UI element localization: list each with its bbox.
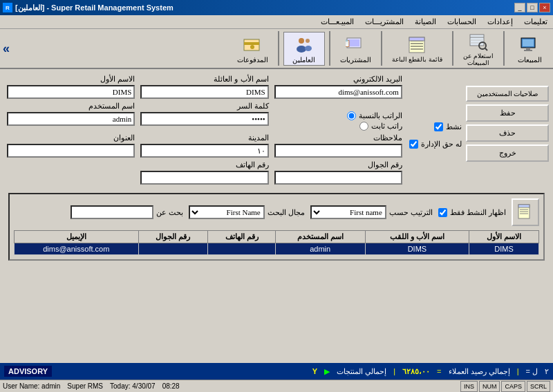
search-icon-box[interactable] xyxy=(512,198,539,226)
search-field-group: مجال البحث First Name Last Name Username xyxy=(189,205,305,219)
status-bar: ٢ ل = | إجمالي رصيد العملاء = ٦٢٨٥،٠٠ | … xyxy=(0,363,553,380)
firstname-input[interactable] xyxy=(7,85,135,99)
close-button[interactable]: × xyxy=(539,3,550,12)
svg-point-19 xyxy=(299,38,304,44)
cell-email: dims@anissoft.com xyxy=(15,243,139,255)
notes-input[interactable] xyxy=(274,144,402,158)
search-input[interactable] xyxy=(71,205,153,219)
title-bar-buttons[interactable]: _ □ × xyxy=(514,3,550,12)
sort-select[interactable]: First name Last name Username xyxy=(310,205,386,219)
menu-taleemat[interactable]: تعليمات xyxy=(521,17,550,26)
toolbar-employees[interactable]: العاملين xyxy=(283,32,325,66)
username-input[interactable] xyxy=(7,112,135,126)
monitor-icon xyxy=(518,34,541,56)
search-input-group: بحث عن xyxy=(71,205,183,219)
people-icon xyxy=(293,34,315,56)
maximize-button[interactable]: □ xyxy=(527,3,538,12)
lastname-label: اسم الأب و العائلة xyxy=(140,75,268,84)
separator-5 xyxy=(278,31,279,66)
username-info: User Name: admin xyxy=(3,382,60,390)
mobile-label: رقم الهاتف xyxy=(140,160,268,169)
total-customers-equals: = xyxy=(437,367,441,375)
active-only-checkbox[interactable] xyxy=(438,208,447,217)
toolbar-search-label: استعلام عنالمبيعات xyxy=(463,53,494,66)
list-icon xyxy=(406,34,429,56)
advisory-text: ADVISORY xyxy=(4,366,52,377)
city-input[interactable] xyxy=(140,144,268,158)
employees-table: الاسم الأول اسم الأب و اللقب اسم المستخد… xyxy=(14,230,539,255)
toolbar-payments[interactable]: المدفوعات xyxy=(232,32,274,65)
svg-point-21 xyxy=(306,39,310,43)
count-label: ل = xyxy=(526,367,538,376)
username-group: اسم المستخدم xyxy=(7,102,135,131)
delete-button[interactable]: حذف xyxy=(466,124,549,142)
menu-almushtriat[interactable]: المشتريـــات xyxy=(362,17,406,26)
lastname-group: اسم الأب و العائلة xyxy=(140,75,268,99)
svg-rect-1 xyxy=(523,39,534,46)
toolbar-mabiyat[interactable]: المبيعات xyxy=(509,32,550,65)
menu-bar: تعليمات إعدادات الحسابات الصيانة المشتري… xyxy=(0,15,553,29)
product-info: Super RMS xyxy=(67,382,103,390)
salary-radio-group: الراتب بالنسبة راتب ثابت xyxy=(274,111,402,131)
firstname-label: الاسم الأول xyxy=(7,75,135,84)
mobile-input[interactable] xyxy=(140,171,268,185)
email-input[interactable] xyxy=(274,85,402,99)
firstname-group: الاسم الأول xyxy=(7,75,135,99)
lastname-input[interactable] xyxy=(140,85,268,99)
toolbar-list[interactable]: قائمة بالقطع الباعة xyxy=(386,32,448,64)
search-field-select[interactable]: First Name Last Name Username xyxy=(189,205,265,219)
col-phone: رقم الهاتف xyxy=(208,231,275,243)
cell-mobile xyxy=(138,243,208,255)
col-username: اسم المستخدم xyxy=(275,231,365,243)
salary-group: الراتب بالنسبة راتب ثابت xyxy=(274,102,402,131)
svg-rect-24 xyxy=(244,42,259,45)
svg-rect-15 xyxy=(409,37,424,41)
table-row[interactable]: DIMS DIMS admin dims@anissoft.com xyxy=(15,243,539,255)
count-value: ٢ xyxy=(545,367,549,376)
total-customers-label: إجمالي رصيد العملاء xyxy=(449,367,510,376)
num-indicator: NUM xyxy=(479,381,500,392)
cell-phone xyxy=(208,243,275,255)
time-info: 08:28 xyxy=(162,382,180,390)
window-icon: R xyxy=(3,3,12,12)
toolbar-list-label: قائمة بالقطع الباعة xyxy=(392,56,442,63)
admin-checkbox[interactable] xyxy=(409,140,418,149)
phone-input[interactable] xyxy=(274,171,402,185)
spacer xyxy=(0,268,553,288)
separator-2 xyxy=(452,31,453,66)
toolbar-purchases[interactable]: 📋 المشتريات xyxy=(335,32,377,65)
sort-group: الترتيب حسب First name Last name Usernam… xyxy=(310,205,433,219)
city-label: المدينة xyxy=(140,133,268,142)
toolbar-search[interactable]: استعلام عنالمبيعات xyxy=(458,29,499,68)
menu-iedadat[interactable]: إعدادات xyxy=(485,17,516,26)
nav-arrow[interactable]: » xyxy=(3,41,10,56)
salary-fixed-label: راتب ثابت xyxy=(371,122,402,131)
total-products-label: إحمالي المنتجات xyxy=(337,367,386,376)
address-input[interactable] xyxy=(7,144,135,158)
table-section: اظهار النشط فقط الترتيب حسب First name L… xyxy=(8,193,545,261)
toolbar-nav[interactable]: » xyxy=(3,41,10,56)
permissions-button[interactable]: صلاحيات المستخدمين xyxy=(466,86,549,102)
active-checkbox[interactable] xyxy=(434,122,443,131)
col-email: الإيميل xyxy=(15,231,139,243)
status-separator1: | xyxy=(517,367,519,375)
date-info: Today: 4/30/07 xyxy=(110,382,156,390)
admin-checkbox-row: له حق الإدارة xyxy=(409,140,462,149)
city-group: المدينة xyxy=(140,133,268,158)
empty-col xyxy=(7,160,135,185)
info-bar: User Name: admin Super RMS Today: 4/30/0… xyxy=(0,380,553,392)
minimize-button[interactable]: _ xyxy=(514,3,525,12)
active-only-group: اظهار النشط فقط xyxy=(438,208,506,217)
password-input[interactable] xyxy=(140,112,268,126)
salary-percent-label: الراتب بالنسبة xyxy=(359,111,402,120)
svg-point-20 xyxy=(297,46,306,53)
salary-fixed-radio[interactable] xyxy=(359,122,368,131)
menu-alsianat[interactable]: الصيانة xyxy=(412,17,439,26)
exit-button[interactable]: خروج xyxy=(466,144,549,162)
ins-indicator: INS xyxy=(460,381,478,392)
salary-percent-radio[interactable] xyxy=(347,111,356,120)
save-button[interactable]: حفظ xyxy=(466,104,549,122)
menu-alhisabat[interactable]: الحسابات xyxy=(444,17,479,26)
menu-almabiyat[interactable]: المبيـعـــات xyxy=(318,17,357,26)
search-icon xyxy=(467,30,489,53)
